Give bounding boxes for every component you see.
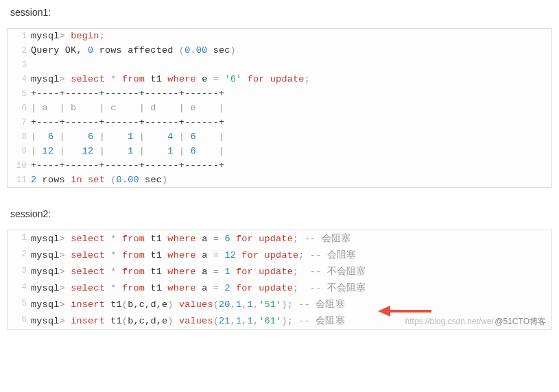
code-line: | 12 | 12 | 1 | 1 | 6 | — [31, 144, 551, 158]
code-block-session1: 1mysql> begin; 2Query OK, 0 rows affecte… — [7, 28, 552, 188]
line-number: 4 — [8, 280, 31, 296]
line-number: 4 — [8, 72, 31, 86]
code-line: Query OK, 0 rows affected (0.00 sec) — [31, 43, 551, 58]
code-line: mysql> select * from t1 where a = 2 for … — [31, 280, 551, 296]
code-table: 1mysql> select * from t1 where a = 6 for… — [8, 230, 551, 329]
line-number: 9 — [8, 144, 31, 158]
code-table: 1mysql> begin; 2Query OK, 0 rows affecte… — [8, 29, 551, 187]
line-number: 1 — [8, 230, 31, 247]
code-line: 2 rows in set (0.00 sec) — [31, 173, 551, 187]
code-line: | 6 | 6 | 1 | 4 | 6 | — [31, 130, 551, 144]
line-number: 6 — [8, 313, 31, 329]
code-line: mysql> begin; — [31, 29, 551, 43]
arrow-annotation-icon — [378, 303, 433, 319]
line-number: 3 — [8, 58, 31, 72]
line-number: 6 — [8, 101, 31, 115]
code-block-session2: 1mysql> select * from t1 where a = 6 for… — [7, 230, 552, 330]
line-number: 3 — [8, 263, 31, 280]
code-line — [31, 58, 551, 72]
code-line: mysql> insert t1(b,c,d,e) values(20,1,1,… — [31, 296, 551, 313]
code-line: +----+------+------+------+------+ — [31, 115, 551, 130]
code-line: mysql> select * from t1 where e = '6' fo… — [31, 72, 551, 86]
line-number: 8 — [8, 130, 31, 144]
code-line: mysql> select * from t1 where a = 6 for … — [31, 230, 551, 247]
session1-label: session1: — [10, 7, 552, 18]
line-number: 10 — [8, 158, 31, 173]
line-number: 2 — [8, 43, 31, 58]
code-line: mysql> select * from t1 where a = 1 for … — [31, 263, 551, 280]
code-line: +----+------+------+------+------+ — [31, 86, 551, 101]
line-number: 1 — [8, 29, 31, 43]
line-number: 7 — [8, 115, 31, 130]
code-line: +----+------+------+------+------+ — [31, 158, 551, 173]
session2-label: session2: — [10, 208, 552, 219]
line-number: 2 — [8, 247, 31, 263]
code-line: mysql> insert t1(b,c,d,e) values(21,1,1,… — [31, 313, 551, 329]
svg-marker-1 — [378, 306, 390, 317]
code-line: | a | b | c | d | e | — [31, 101, 551, 115]
line-number: 11 — [8, 173, 31, 187]
code-line: mysql> select * from t1 where a = 12 for… — [31, 247, 551, 263]
line-number: 5 — [8, 86, 31, 101]
line-number: 5 — [8, 296, 31, 313]
